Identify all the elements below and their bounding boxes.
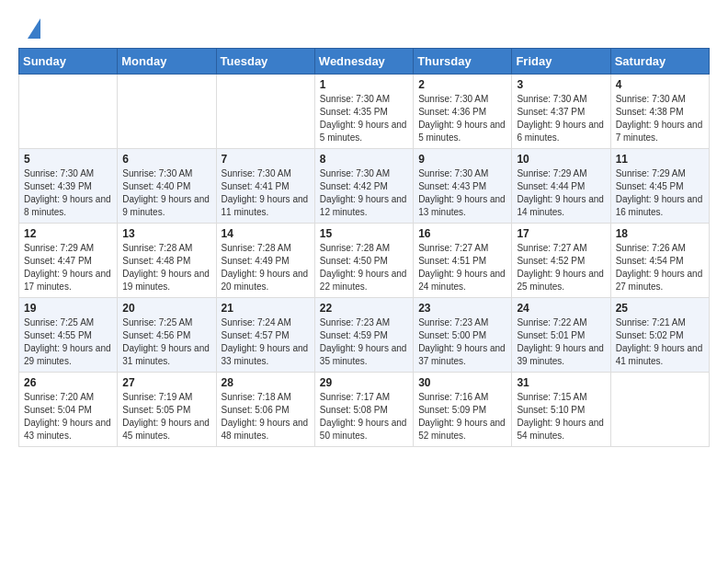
cell-content: Sunrise: 7:29 AM Sunset: 4:47 PM Dayligh…	[24, 242, 112, 293]
calendar-cell: 17Sunrise: 7:27 AM Sunset: 4:52 PM Dayli…	[512, 224, 610, 298]
day-number: 16	[418, 227, 506, 240]
cell-content: Sunrise: 7:17 AM Sunset: 5:08 PM Dayligh…	[320, 391, 408, 442]
day-number: 31	[517, 376, 605, 389]
calendar-cell	[19, 75, 118, 149]
header	[18, 15, 710, 39]
calendar-cell: 9Sunrise: 7:30 AM Sunset: 4:43 PM Daylig…	[414, 149, 512, 224]
calendar-cell: 20Sunrise: 7:25 AM Sunset: 4:56 PM Dayli…	[118, 298, 216, 373]
calendar-cell: 10Sunrise: 7:29 AM Sunset: 4:44 PM Dayli…	[512, 149, 610, 224]
week-row-4: 19Sunrise: 7:25 AM Sunset: 4:55 PM Dayli…	[19, 298, 710, 373]
day-number: 21	[222, 302, 310, 315]
cell-content: Sunrise: 7:25 AM Sunset: 4:55 PM Dayligh…	[24, 316, 112, 368]
calendar-cell: 4Sunrise: 7:30 AM Sunset: 4:38 PM Daylig…	[610, 75, 709, 149]
day-number: 7	[222, 153, 310, 166]
cell-content: Sunrise: 7:24 AM Sunset: 4:57 PM Dayligh…	[222, 316, 310, 368]
day-number: 9	[418, 153, 506, 166]
cell-content: Sunrise: 7:16 AM Sunset: 5:09 PM Dayligh…	[418, 391, 506, 442]
cell-content: Sunrise: 7:26 AM Sunset: 4:54 PM Dayligh…	[616, 242, 704, 293]
calendar-cell	[118, 75, 216, 149]
calendar-cell: 23Sunrise: 7:23 AM Sunset: 5:00 PM Dayli…	[414, 298, 512, 373]
calendar-cell	[610, 373, 709, 447]
cell-content: Sunrise: 7:30 AM Sunset: 4:43 PM Dayligh…	[418, 167, 506, 219]
weekday-header-friday: Friday	[512, 49, 610, 75]
calendar-cell: 2Sunrise: 7:30 AM Sunset: 4:36 PM Daylig…	[414, 75, 512, 149]
day-number: 30	[418, 376, 506, 389]
weekday-header-saturday: Saturday	[610, 49, 709, 75]
day-number: 3	[517, 78, 605, 91]
calendar-cell: 24Sunrise: 7:22 AM Sunset: 5:01 PM Dayli…	[512, 298, 610, 373]
cell-content: Sunrise: 7:21 AM Sunset: 5:02 PM Dayligh…	[616, 316, 704, 368]
calendar-cell: 29Sunrise: 7:17 AM Sunset: 5:08 PM Dayli…	[314, 373, 413, 447]
day-number: 4	[616, 78, 704, 91]
day-number: 29	[320, 376, 408, 389]
calendar-cell: 18Sunrise: 7:26 AM Sunset: 4:54 PM Dayli…	[610, 224, 709, 298]
cell-content: Sunrise: 7:28 AM Sunset: 4:48 PM Dayligh…	[122, 242, 210, 293]
day-number: 18	[616, 227, 704, 240]
cell-content: Sunrise: 7:22 AM Sunset: 5:01 PM Dayligh…	[517, 316, 605, 368]
cell-content: Sunrise: 7:27 AM Sunset: 4:52 PM Dayligh…	[517, 242, 605, 293]
weekday-header-sunday: Sunday	[19, 49, 118, 75]
cell-content: Sunrise: 7:20 AM Sunset: 5:04 PM Dayligh…	[24, 391, 112, 442]
cell-content: Sunrise: 7:23 AM Sunset: 4:59 PM Dayligh…	[320, 316, 408, 368]
calendar-cell: 14Sunrise: 7:28 AM Sunset: 4:49 PM Dayli…	[216, 224, 314, 298]
calendar-cell: 21Sunrise: 7:24 AM Sunset: 4:57 PM Dayli…	[216, 298, 314, 373]
day-number: 10	[517, 153, 605, 166]
weekday-header-wednesday: Wednesday	[314, 49, 413, 75]
week-row-3: 12Sunrise: 7:29 AM Sunset: 4:47 PM Dayli…	[19, 224, 710, 298]
cell-content: Sunrise: 7:30 AM Sunset: 4:39 PM Dayligh…	[24, 167, 112, 219]
day-number: 2	[418, 78, 506, 91]
day-number: 23	[418, 302, 506, 315]
day-number: 11	[616, 153, 704, 166]
cell-content: Sunrise: 7:30 AM Sunset: 4:41 PM Dayligh…	[222, 167, 310, 219]
calendar-cell: 11Sunrise: 7:29 AM Sunset: 4:45 PM Dayli…	[610, 149, 709, 224]
day-number: 25	[616, 302, 704, 315]
cell-content: Sunrise: 7:30 AM Sunset: 4:42 PM Dayligh…	[320, 167, 408, 219]
logo-triangle-icon	[28, 18, 40, 39]
day-number: 24	[517, 302, 605, 315]
cell-content: Sunrise: 7:30 AM Sunset: 4:37 PM Dayligh…	[517, 93, 605, 144]
calendar-cell: 13Sunrise: 7:28 AM Sunset: 4:48 PM Dayli…	[118, 224, 216, 298]
calendar-cell: 27Sunrise: 7:19 AM Sunset: 5:05 PM Dayli…	[118, 373, 216, 447]
calendar-cell: 1Sunrise: 7:30 AM Sunset: 4:35 PM Daylig…	[314, 75, 413, 149]
calendar-cell: 26Sunrise: 7:20 AM Sunset: 5:04 PM Dayli…	[19, 373, 118, 447]
day-number: 13	[122, 227, 210, 240]
day-number: 6	[122, 153, 210, 166]
day-number: 19	[24, 302, 112, 315]
cell-content: Sunrise: 7:29 AM Sunset: 4:45 PM Dayligh…	[616, 167, 704, 219]
weekday-header-monday: Monday	[118, 49, 216, 75]
week-row-2: 5Sunrise: 7:30 AM Sunset: 4:39 PM Daylig…	[19, 149, 710, 224]
day-number: 27	[122, 376, 210, 389]
day-number: 17	[517, 227, 605, 240]
calendar-cell: 16Sunrise: 7:27 AM Sunset: 4:51 PM Dayli…	[414, 224, 512, 298]
page: SundayMondayTuesdayWednesdayThursdayFrid…	[0, 0, 728, 462]
cell-content: Sunrise: 7:30 AM Sunset: 4:38 PM Dayligh…	[616, 93, 704, 144]
day-number: 20	[122, 302, 210, 315]
cell-content: Sunrise: 7:30 AM Sunset: 4:36 PM Dayligh…	[418, 93, 506, 144]
calendar-table: SundayMondayTuesdayWednesdayThursdayFrid…	[18, 48, 710, 447]
day-number: 22	[320, 302, 408, 315]
cell-content: Sunrise: 7:29 AM Sunset: 4:44 PM Dayligh…	[517, 167, 605, 219]
cell-content: Sunrise: 7:18 AM Sunset: 5:06 PM Dayligh…	[222, 391, 310, 442]
day-number: 1	[320, 78, 408, 91]
cell-content: Sunrise: 7:30 AM Sunset: 4:40 PM Dayligh…	[122, 167, 210, 219]
calendar-cell: 22Sunrise: 7:23 AM Sunset: 4:59 PM Dayli…	[314, 298, 413, 373]
logo	[18, 15, 40, 39]
weekday-header-row: SundayMondayTuesdayWednesdayThursdayFrid…	[19, 49, 710, 75]
calendar-cell	[216, 75, 314, 149]
cell-content: Sunrise: 7:28 AM Sunset: 4:50 PM Dayligh…	[320, 242, 408, 293]
calendar-cell: 8Sunrise: 7:30 AM Sunset: 4:42 PM Daylig…	[314, 149, 413, 224]
calendar-cell: 6Sunrise: 7:30 AM Sunset: 4:40 PM Daylig…	[118, 149, 216, 224]
weekday-header-tuesday: Tuesday	[216, 49, 314, 75]
calendar-cell: 28Sunrise: 7:18 AM Sunset: 5:06 PM Dayli…	[216, 373, 314, 447]
cell-content: Sunrise: 7:23 AM Sunset: 5:00 PM Dayligh…	[418, 316, 506, 368]
week-row-5: 26Sunrise: 7:20 AM Sunset: 5:04 PM Dayli…	[19, 373, 710, 447]
cell-content: Sunrise: 7:19 AM Sunset: 5:05 PM Dayligh…	[122, 391, 210, 442]
calendar-cell: 25Sunrise: 7:21 AM Sunset: 5:02 PM Dayli…	[610, 298, 709, 373]
calendar-cell: 3Sunrise: 7:30 AM Sunset: 4:37 PM Daylig…	[512, 75, 610, 149]
calendar-cell: 19Sunrise: 7:25 AM Sunset: 4:55 PM Dayli…	[19, 298, 118, 373]
day-number: 26	[24, 376, 112, 389]
day-number: 28	[222, 376, 310, 389]
week-row-1: 1Sunrise: 7:30 AM Sunset: 4:35 PM Daylig…	[19, 75, 710, 149]
cell-content: Sunrise: 7:28 AM Sunset: 4:49 PM Dayligh…	[222, 242, 310, 293]
day-number: 14	[222, 227, 310, 240]
